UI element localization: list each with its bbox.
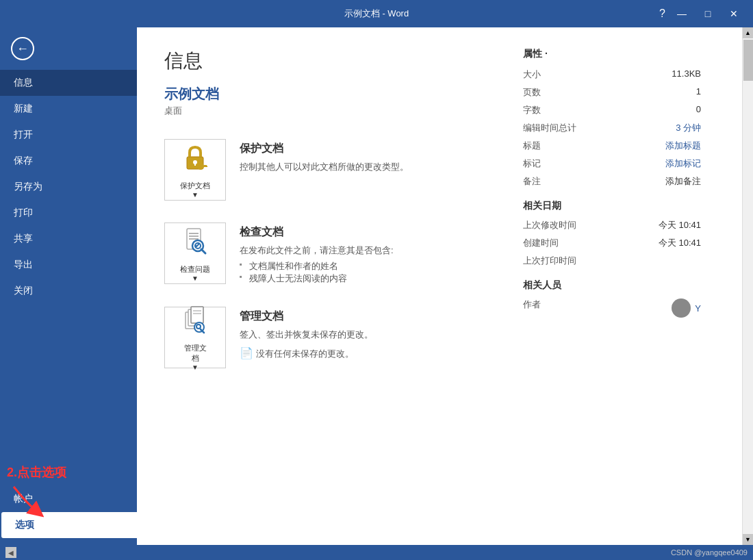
- props-value-modified: 今天 10:41: [659, 219, 701, 231]
- inspect-arrow: ▼: [192, 275, 199, 282]
- svg-rect-2: [194, 162, 196, 166]
- manage-icon-box[interactable]: 管理文档 ▼: [164, 307, 226, 368]
- props-row-author: 作者 Y: [523, 298, 701, 318]
- props-label-author: 作者: [523, 298, 541, 318]
- window-controls: — □ ✕: [669, 3, 746, 24]
- help-button[interactable]: ?: [654, 8, 671, 20]
- lock-icon: [180, 142, 210, 178]
- manage-icon: [180, 304, 210, 340]
- protect-arrow: ▼: [192, 191, 199, 199]
- inspect-icon: [180, 225, 210, 262]
- titlebar: 示例文档 - Word ? — □ ✕: [0, 0, 753, 27]
- sidebar-item-new[interactable]: 新建: [0, 96, 137, 122]
- props-value-words: 0: [696, 104, 701, 116]
- properties-panel: 属性 · 大小 11.3KB 页数 1 字数 0 编辑时间总计 3 分钟 标题 …: [523, 48, 701, 323]
- scroll-down-button[interactable]: ▼: [743, 534, 754, 545]
- sidebar-bottom: 帐户 选项: [0, 486, 137, 538]
- maximize-button[interactable]: □: [695, 3, 720, 24]
- props-value-size: 11.3KB: [672, 68, 701, 81]
- manage-label: 管理文档: [184, 343, 207, 364]
- props-row-size: 大小 11.3KB: [523, 68, 701, 81]
- svg-rect-16: [191, 307, 203, 323]
- props-value-pages: 1: [696, 86, 701, 99]
- titlebar-title: 示例文档 - Word: [344, 8, 409, 20]
- manage-arrow: ▼: [192, 364, 199, 371]
- back-circle-icon: ←: [11, 37, 34, 60]
- props-label-created: 创建时间: [523, 237, 559, 249]
- props-value-author: Y: [695, 303, 701, 314]
- statusbar-scroll-btn[interactable]: ◀: [5, 547, 16, 558]
- inspect-icon-box[interactable]: 检查问题 ▼: [164, 222, 226, 284]
- props-value-edittime: 3 分钟: [676, 122, 701, 134]
- props-label-tags: 标记: [523, 157, 541, 170]
- sidebar-item-saveas[interactable]: 另存为: [0, 174, 137, 200]
- sidebar-item-options[interactable]: 选项: [1, 512, 137, 538]
- minimize-button[interactable]: —: [669, 3, 694, 24]
- sidebar-item-share[interactable]: 共享: [0, 226, 137, 252]
- related-people-title: 相关人员: [523, 279, 701, 292]
- watermark: CSDN @yangqee0409: [671, 548, 748, 557]
- props-row-tags: 标记 添加标记: [523, 157, 701, 170]
- props-label-pages: 页数: [523, 86, 541, 99]
- app-body: ← 信息 新建 打开 保存 另存为 打印 共享 导出 关闭 帐户 选项 2.点击…: [0, 27, 753, 545]
- props-value-created: 今天 10:41: [659, 237, 701, 249]
- props-value-tags[interactable]: 添加标记: [665, 157, 701, 170]
- props-row-title: 标题 添加标题: [523, 140, 701, 152]
- props-label-notes: 备注: [523, 175, 541, 188]
- annotation-text: 2.点击选项: [7, 464, 66, 481]
- props-row-pages: 页数 1: [523, 86, 701, 99]
- protect-icon-box[interactable]: 保护文档 ▼: [164, 139, 226, 201]
- props-label-edittime: 编辑时间总计: [523, 122, 576, 134]
- scroll-up-button[interactable]: ▲: [743, 27, 754, 38]
- props-row-words: 字数 0: [523, 104, 701, 116]
- props-row-edittime: 编辑时间总计 3 分钟: [523, 122, 701, 134]
- manage-desc1: 签入、签出并恢复未保存的更改。: [240, 328, 715, 342]
- protect-label: 保护文档: [180, 181, 210, 191]
- sidebar-item-print[interactable]: 打印: [0, 200, 137, 226]
- props-value-title[interactable]: 添加标题: [665, 140, 701, 152]
- main-content: 信息 示例文档 桌面: [137, 27, 742, 545]
- sidebar-item-account[interactable]: 帐户: [0, 486, 137, 512]
- props-row-notes: 备注 添加备注: [523, 175, 701, 188]
- props-row-printed: 上次打印时间: [523, 255, 701, 267]
- sidebar-item-close[interactable]: 关闭: [0, 278, 137, 304]
- sidebar-item-save[interactable]: 保存: [0, 148, 137, 174]
- props-label-printed: 上次打印时间: [523, 255, 576, 267]
- props-title[interactable]: 属性 ·: [523, 48, 701, 60]
- props-label-size: 大小: [523, 68, 541, 81]
- props-row-created: 创建时间 今天 10:41: [523, 237, 701, 249]
- props-value-notes[interactable]: 添加备注: [665, 175, 701, 188]
- scroll-thumb[interactable]: [743, 40, 753, 81]
- props-row-modified: 上次修改时间 今天 10:41: [523, 219, 701, 231]
- close-button[interactable]: ✕: [722, 3, 746, 24]
- author-avatar: [672, 298, 691, 318]
- manage-desc2: 📄没有任何未保存的更改。: [240, 345, 715, 361]
- props-label-title: 标题: [523, 140, 541, 152]
- sidebar-nav: 信息 新建 打开 保存 另存为 打印 共享 导出 关闭: [0, 70, 137, 304]
- props-label-modified: 上次修改时间: [523, 219, 576, 231]
- related-dates-title: 相关日期: [523, 200, 701, 212]
- sidebar-item-info[interactable]: 信息: [0, 70, 137, 96]
- sidebar: ← 信息 新建 打开 保存 另存为 打印 共享 导出 关闭 帐户 选项 2.点击…: [0, 27, 137, 545]
- statusbar-left: ◀: [5, 547, 16, 558]
- back-button[interactable]: ←: [0, 27, 137, 70]
- scrollbar[interactable]: ▲ ▼: [742, 27, 753, 545]
- inspect-label: 检查问题: [180, 264, 210, 275]
- sidebar-item-open[interactable]: 打开: [0, 122, 137, 148]
- statusbar: ◀ CSDN @yangqee0409: [0, 545, 753, 560]
- svg-line-13: [201, 249, 205, 253]
- props-label-words: 字数: [523, 104, 541, 116]
- sidebar-item-export[interactable]: 导出: [0, 252, 137, 278]
